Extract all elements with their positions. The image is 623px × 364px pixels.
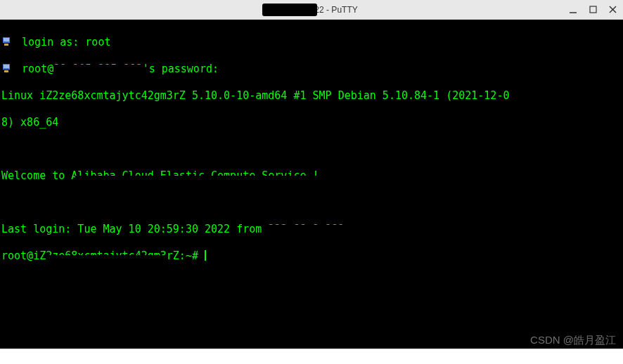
password-line: root@39.105.215.192's password: xyxy=(1,63,622,76)
window-controls xyxy=(568,0,617,19)
redacted-ip: 39.105.215.1 xyxy=(265,5,314,15)
window-title: 39.105.215.122 - PuTTY xyxy=(265,5,357,15)
window-titlebar: 39.105.215.122 - PuTTY xyxy=(0,0,623,20)
terminal-cursor xyxy=(205,250,206,261)
svg-rect-1 xyxy=(590,6,596,13)
minimize-button[interactable] xyxy=(568,5,578,15)
putty-icon xyxy=(1,36,15,49)
prompt-line: root@iZ2ze68xcmtajytc42gm3rZ:~# xyxy=(1,249,622,263)
welcome-line: Welcome to Alibaba Cloud Elastic Compute… xyxy=(1,169,622,183)
redacted-ip: 39.105.215.192 xyxy=(53,63,142,76)
redacted-welcome: Welcome to Alibaba Cloud Elastic Compute… xyxy=(1,169,319,183)
terminal-area[interactable]: login as: root root@39.105.215.192's pas… xyxy=(0,20,623,349)
maximize-button[interactable] xyxy=(588,5,598,15)
svg-rect-9 xyxy=(4,70,8,72)
bottom-strip xyxy=(0,349,623,364)
uname-line-2: 8) x86_64 xyxy=(1,116,622,129)
redacted-source-ip: 223.88.9.181 xyxy=(268,223,344,236)
putty-icon xyxy=(1,63,15,76)
svg-rect-8 xyxy=(4,65,9,68)
close-button[interactable] xyxy=(608,5,617,15)
last-login-line: Last login: Tue May 10 20:59:30 2022 fro… xyxy=(1,223,622,236)
uname-line-1: Linux iZ2ze68xcmtajytc42gm3rZ 5.10.0-10-… xyxy=(1,89,622,103)
login-line: login as: root xyxy=(1,36,622,49)
svg-rect-5 xyxy=(4,38,9,41)
svg-rect-6 xyxy=(4,44,8,46)
redacted-hostname: 2ze68xcmtajytc42gm3 xyxy=(46,249,167,263)
